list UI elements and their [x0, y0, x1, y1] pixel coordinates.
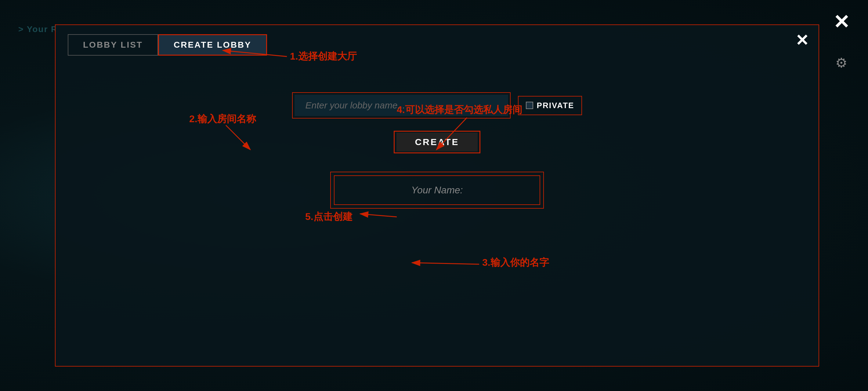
- create-button[interactable]: CREATE: [397, 133, 477, 151]
- private-checkbox-wrapper[interactable]: PRIVATE: [518, 96, 582, 115]
- create-button-wrapper: CREATE: [394, 131, 480, 153]
- lobby-name-row: PRIVATE: [86, 92, 788, 118]
- your-name-label: Your Name:: [411, 185, 463, 196]
- tab-create-lobby[interactable]: CREATE LOBBY: [158, 34, 267, 56]
- tab-lobby-list[interactable]: LOBBY LIST: [68, 34, 158, 56]
- dialog-body: PRIVATE CREATE Your Name:: [56, 56, 818, 221]
- private-checkbox[interactable]: [526, 102, 533, 109]
- tab-bar: LOBBY LIST CREATE LOBBY: [56, 25, 818, 56]
- bg-text: > Your R: [18, 24, 58, 34]
- private-label: PRIVATE: [537, 101, 575, 110]
- your-name-inner: Your Name:: [334, 175, 540, 205]
- screen-gear-icon[interactable]: ⚙: [835, 55, 847, 71]
- screen-close-button[interactable]: ✕: [833, 12, 850, 32]
- your-name-section: Your Name:: [330, 172, 544, 208]
- lobby-name-input[interactable]: [294, 95, 508, 116]
- dialog-close-button[interactable]: ✕: [795, 32, 809, 48]
- lobby-name-input-wrapper: [292, 92, 510, 118]
- main-dialog: ✕ LOBBY LIST CREATE LOBBY PRIVATE CREATE…: [55, 24, 819, 367]
